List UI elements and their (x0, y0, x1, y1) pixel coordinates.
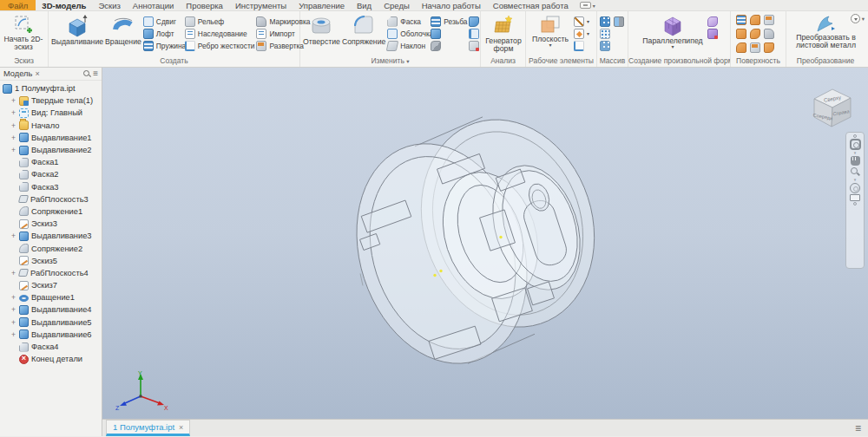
ribbon-tab-manage[interactable]: Управление (293, 0, 351, 10)
surface-sculpt-icon[interactable] (750, 29, 760, 39)
shell-button[interactable]: Оболочка (387, 28, 429, 39)
surface-patch-icon[interactable] (750, 15, 760, 25)
expander-icon[interactable]: + (10, 96, 16, 105)
freeform-convert-button[interactable] (707, 28, 720, 39)
freeform-face-button[interactable] (707, 16, 720, 27)
ribbon-tab-tools[interactable]: Инструменты (229, 0, 293, 10)
browser-close-icon[interactable]: × (35, 69, 39, 78)
ribbon-tab-collaborate[interactable]: Совместная работа (487, 0, 575, 10)
tree-item-extrusion2[interactable]: +Выдавливание2 (0, 144, 102, 156)
ribbon-collapse-button[interactable]: ▾ (851, 14, 865, 23)
rib-button[interactable]: Ребро жесткости (185, 40, 255, 51)
expander-icon[interactable]: + (10, 134, 16, 142)
rectangular-pattern-button[interactable] (600, 16, 612, 27)
document-tab-close-icon[interactable]: × (179, 423, 183, 432)
ribbon-tab-get-started[interactable]: Начало работы (416, 0, 487, 10)
axis-button[interactable]: ▾ (574, 16, 595, 27)
ribbon-tab-sketch[interactable]: Эскиз (92, 0, 126, 10)
steering-wheel-icon[interactable] (850, 139, 861, 150)
ribbon-tab-annotate[interactable]: Аннотации (127, 0, 181, 10)
tree-item-extrusion3[interactable]: +Выдавливание3 (0, 230, 102, 242)
revolve-button[interactable]: Вращение (105, 13, 141, 46)
tree-item-extrusion4[interactable]: +Выдавливание4 (0, 303, 102, 316)
circular-pattern-button[interactable] (600, 28, 612, 39)
ribbon-tab-inspect[interactable]: Проверка (180, 0, 229, 10)
group-label-modify[interactable]: Изменить ▾ (300, 56, 480, 67)
tree-item-workplane3[interactable]: РабПлоскость3 (0, 193, 102, 205)
tree-item-sketch7[interactable]: Эскиз7 (0, 279, 102, 291)
hole-button[interactable]: Отверстие (303, 13, 340, 46)
document-tab[interactable]: 1 Полумуфта.ipt × (106, 420, 190, 436)
ucs-button[interactable] (574, 40, 595, 51)
tree-item-revolution1[interactable]: +Вращение1 (0, 291, 102, 303)
thicken-button[interactable] (469, 16, 479, 27)
tree-item-sketch5[interactable]: Эскиз5 (0, 255, 102, 267)
tree-item-end-of-part[interactable]: Конец детали (0, 353, 102, 365)
expander-icon[interactable]: + (10, 318, 16, 327)
split-button[interactable] (469, 28, 479, 39)
move-face-button[interactable] (431, 40, 467, 51)
combine-button[interactable] (431, 28, 467, 39)
mirror-button[interactable] (614, 16, 626, 27)
search-icon[interactable] (83, 70, 90, 77)
surface-ruled-icon[interactable] (764, 42, 774, 53)
fillet-button[interactable]: Сопряжение (342, 13, 385, 46)
expander-icon[interactable]: + (10, 305, 16, 314)
plane-button[interactable]: Плоскость ▾ (529, 13, 572, 47)
surface-replace-icon[interactable] (750, 42, 760, 53)
surface-offset-icon[interactable] (736, 29, 746, 39)
start-2d-sketch-button[interactable]: Начать 2D-эскиз (3, 13, 44, 51)
navbar-handle-icon[interactable] (853, 134, 857, 138)
point-button[interactable]: ▾ (574, 28, 595, 39)
pan-icon[interactable] (851, 156, 860, 166)
delete-face-button[interactable] (469, 40, 479, 51)
expander-icon[interactable]: + (10, 269, 16, 277)
tree-item-origin[interactable]: +Начало (0, 120, 102, 132)
tree-item-chamfer1[interactable]: Фаска1 (0, 156, 102, 168)
chamfer-button[interactable]: Фаска (387, 16, 429, 27)
freeform-box-button[interactable]: Параллелепипед ▾ (640, 13, 706, 49)
tree-item-view-main[interactable]: +Вид: Главный (0, 107, 102, 119)
expander-icon[interactable]: + (10, 330, 16, 339)
zoom-icon[interactable] (850, 166, 860, 177)
ribbon-tab-view[interactable]: Вид (351, 0, 378, 10)
tree-item-extrusion1[interactable]: +Выдавливание1 (0, 132, 102, 144)
extrude-button[interactable]: Выдавливание (51, 13, 103, 46)
browser-menu-icon[interactable]: ≡ (93, 70, 98, 77)
ribbon-tab-3d-model[interactable]: 3D-модель (36, 0, 92, 10)
sketch-pattern-button[interactable] (600, 40, 612, 51)
derive-button[interactable]: Наследование (185, 28, 255, 39)
expander-icon[interactable]: + (10, 232, 16, 240)
menu-file-button[interactable]: Файл (0, 0, 36, 10)
expander-icon[interactable]: + (10, 108, 16, 117)
draft-button[interactable]: Наклон (387, 40, 429, 51)
navbar-options-icon[interactable] (853, 202, 857, 205)
surface-extend-icon[interactable] (764, 29, 774, 39)
ribbon-tab-environments[interactable]: Среды (378, 0, 416, 10)
emboss-button[interactable]: Рельеф (185, 16, 255, 27)
tree-item-sketch3[interactable]: Эскиз3 (0, 218, 102, 230)
tree-item-extrusion6[interactable]: +Выдавливание6 (0, 329, 102, 341)
coil-button[interactable]: Пружина (143, 40, 183, 51)
tree-item-fillet1[interactable]: Сопряжение1 (0, 205, 102, 218)
orbit-icon[interactable] (850, 183, 860, 193)
tree-item-chamfer2[interactable]: Фаска2 (0, 168, 102, 180)
tree-item-solid-bodies[interactable]: +Твердые тела(1) (0, 95, 102, 107)
loft-button[interactable]: Лофт (143, 28, 183, 39)
view-cube[interactable]: Сверху Спереди Справа (806, 80, 859, 134)
expander-icon[interactable]: + (10, 146, 16, 154)
tree-item-fillet2[interactable]: Сопряжение2 (0, 242, 102, 254)
look-at-icon[interactable] (850, 194, 860, 201)
surface-delete-icon[interactable] (736, 42, 746, 53)
ribbon-appearance-button[interactable]: ▾ (580, 0, 595, 10)
expander-icon[interactable]: + (10, 121, 16, 130)
chevron-down-icon[interactable]: ▾ (854, 178, 857, 182)
tree-item-extrusion5[interactable]: +Выдавливание5 (0, 316, 102, 329)
viewport-3d[interactable]: Сверху Спереди Справа ▾ ▾ Y (102, 68, 868, 436)
surface-trim-icon[interactable] (764, 15, 774, 25)
tree-item-part[interactable]: 1 Полумуфта.ipt (0, 82, 102, 95)
part-model[interactable] (102, 68, 868, 436)
expander-icon[interactable]: + (10, 293, 16, 302)
thread-button[interactable]: Резьба (431, 16, 467, 27)
shape-generator-button[interactable]: Генератор форм (483, 13, 523, 53)
